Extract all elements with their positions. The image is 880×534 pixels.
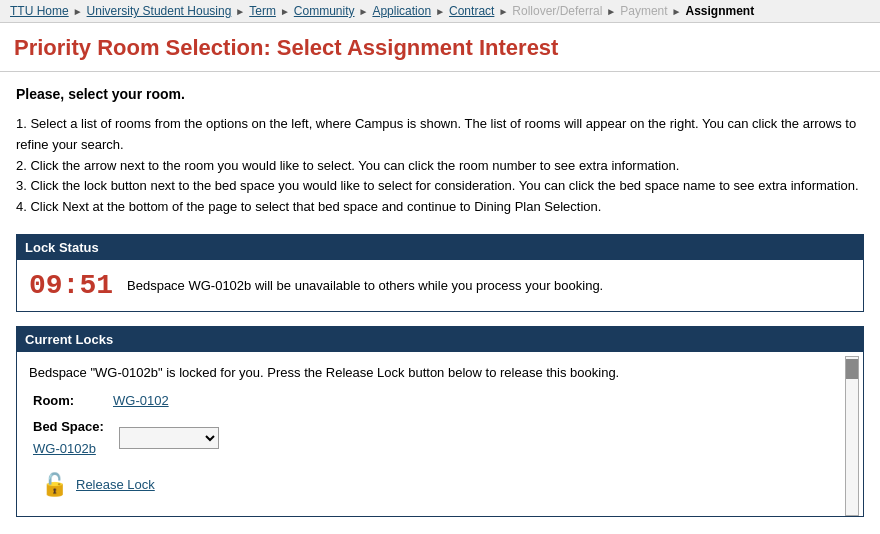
scrollbar-thumb: [846, 359, 858, 379]
breadcrumb-community[interactable]: Community: [294, 4, 355, 18]
room-label: Room:: [33, 390, 113, 412]
current-locks-content: Bedspace "WG-0102b" is locked for you. P…: [17, 352, 863, 516]
scrollbar[interactable]: [845, 356, 859, 516]
breadcrumb-term[interactable]: Term: [249, 4, 276, 18]
breadcrumb-sep-7: ►: [672, 6, 682, 17]
instruction-2: 2. Click the arrow next to the room you …: [16, 156, 864, 177]
bed-space-link[interactable]: WG-0102b: [33, 441, 96, 456]
breadcrumb-assignment: Assignment: [686, 4, 755, 18]
breadcrumb-sep-4: ►: [435, 6, 445, 17]
room-value: WG-0102: [113, 390, 169, 412]
release-lock-row: 🔓 Release Lock: [29, 468, 851, 506]
breadcrumb-sep-6: ►: [606, 6, 616, 17]
breadcrumb-sep-0: ►: [73, 6, 83, 17]
countdown-timer: 09:51: [29, 270, 113, 301]
breadcrumb-contract[interactable]: Contract: [449, 4, 494, 18]
bed-space-select[interactable]: [119, 427, 219, 449]
main-content: Please, select your room. 1. Select a li…: [0, 72, 880, 534]
page-title: Priority Room Selection: Select Assignme…: [0, 23, 880, 72]
room-field-row: Room: WG-0102: [29, 390, 851, 412]
breadcrumb-application[interactable]: Application: [372, 4, 431, 18]
lock-status-header: Lock Status: [17, 235, 863, 260]
lock-status-content: 09:51 Bedspace WG-0102b will be unavaila…: [17, 260, 863, 311]
breadcrumb-sep-1: ►: [235, 6, 245, 17]
lock-icon: 🔓: [41, 474, 68, 496]
breadcrumb-ttu-home[interactable]: TTU Home: [10, 4, 69, 18]
breadcrumb: TTU Home ► University Student Housing ► …: [0, 0, 880, 23]
bed-space-select-col: [119, 427, 219, 449]
bedspace-locked-message: Bedspace "WG-0102b" is locked for you. P…: [29, 362, 851, 384]
bed-space-label-col: Bed Space: WG-0102b: [33, 416, 113, 460]
breadcrumb-sep-5: ►: [498, 6, 508, 17]
lock-status-message: Bedspace WG-0102b will be unavailable to…: [127, 278, 603, 293]
instruction-4: 4. Click Next at the bottom of the page …: [16, 197, 864, 218]
breadcrumb-housing[interactable]: University Student Housing: [87, 4, 232, 18]
current-locks-header: Current Locks: [17, 327, 863, 352]
breadcrumb-sep-3: ►: [359, 6, 369, 17]
instruction-1: 1. Select a list of rooms from the optio…: [16, 114, 864, 156]
lock-status-section: Lock Status 09:51 Bedspace WG-0102b will…: [16, 234, 864, 312]
breadcrumb-rollover: Rollover/Deferral: [512, 4, 602, 18]
current-locks-section: Current Locks Bedspace "WG-0102b" is loc…: [16, 326, 864, 517]
breadcrumb-payment: Payment: [620, 4, 667, 18]
select-room-label: Please, select your room.: [16, 86, 864, 102]
room-link[interactable]: WG-0102: [113, 393, 169, 408]
release-lock-button[interactable]: Release Lock: [76, 474, 155, 496]
instruction-3: 3. Click the lock button next to the bed…: [16, 176, 864, 197]
instructions: 1. Select a list of rooms from the optio…: [16, 114, 864, 218]
breadcrumb-sep-2: ►: [280, 6, 290, 17]
bed-space-row: Bed Space: WG-0102b: [29, 416, 851, 460]
bed-space-label: Bed Space:: [33, 416, 113, 438]
